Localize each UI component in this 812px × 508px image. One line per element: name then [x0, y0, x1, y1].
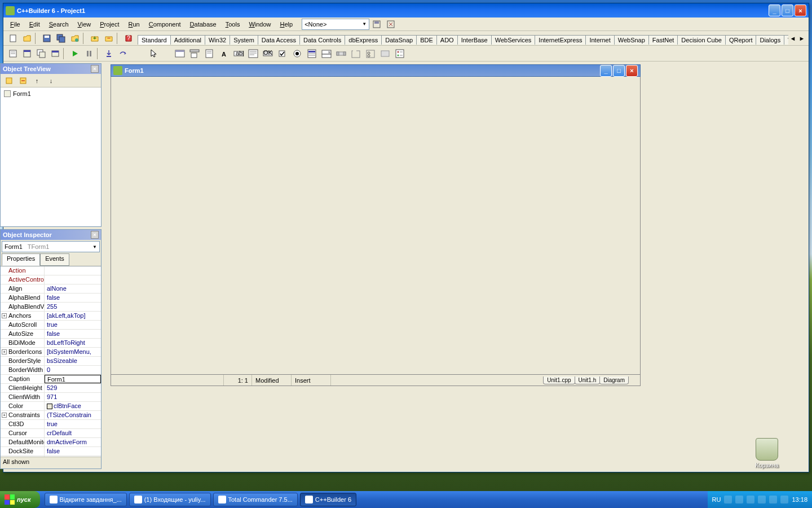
- titlebar[interactable]: C++Builder 6 - Project1 _ □ ×: [3, 3, 809, 17]
- property-row[interactable]: Ctl3Dtrue: [1, 420, 101, 429]
- property-row[interactable]: ClientWidth971: [1, 393, 101, 402]
- palette-tab-datacontrols[interactable]: Data Controls: [299, 35, 345, 45]
- menu-window[interactable]: Window: [244, 20, 275, 29]
- tab-properties[interactable]: Properties: [2, 253, 40, 266]
- inspector-close-icon[interactable]: ×: [91, 231, 99, 239]
- start-button[interactable]: пуск: [0, 491, 40, 508]
- toggle-form-icon[interactable]: [34, 47, 47, 60]
- component-memo-icon[interactable]: [246, 46, 261, 61]
- palette-tab-bde[interactable]: BDE: [416, 35, 437, 45]
- system-tray[interactable]: RU 13:18: [708, 491, 812, 508]
- taskbar-button[interactable]: C++Builder 6: [300, 493, 356, 506]
- property-value[interactable]: [45, 266, 101, 275]
- form-canvas[interactable]: [111, 77, 641, 375]
- property-value[interactable]: bsSizeable: [45, 357, 101, 365]
- palette-tab-webservices[interactable]: WebServices: [491, 35, 536, 45]
- palette-tab-internetexpress[interactable]: InternetExpress: [535, 35, 586, 45]
- expand-icon[interactable]: +: [2, 349, 7, 354]
- property-row[interactable]: CursorcrDefault: [1, 429, 101, 438]
- tray-icon[interactable]: [758, 496, 766, 503]
- taskbar-button[interactable]: (1) Входящие - yuliy...: [129, 493, 211, 506]
- form-titlebar[interactable]: Form1 _ □ ×: [111, 64, 641, 77]
- palette-tab-decisioncube[interactable]: Decision Cube: [677, 35, 726, 45]
- property-value[interactable]: true: [45, 420, 101, 428]
- palette-tab-dataaccess[interactable]: Data Access: [258, 35, 300, 45]
- tray-icon[interactable]: [747, 496, 754, 503]
- property-grid[interactable]: ActionActiveControlAlignalNoneAlphaBlend…: [1, 266, 101, 457]
- tree-delete-icon[interactable]: [16, 75, 29, 87]
- property-value[interactable]: Form1: [45, 375, 101, 383]
- property-value[interactable]: [45, 275, 101, 284]
- property-value[interactable]: [akLeft,akTop]: [45, 312, 101, 320]
- component-combobox-icon[interactable]: [319, 46, 334, 61]
- tab-unit1h[interactable]: Unit1.h: [575, 376, 601, 384]
- inspector-combo[interactable]: Form1 TForm1 ▼: [2, 241, 100, 252]
- tray-icon[interactable]: [780, 496, 788, 503]
- add-file-icon[interactable]: +: [88, 32, 101, 45]
- property-row[interactable]: +Anchors[akLeft,akTop]: [1, 312, 101, 321]
- saveall-icon[interactable]: [54, 32, 67, 45]
- component-radiobutton-icon[interactable]: [290, 46, 304, 61]
- property-value[interactable]: false: [45, 447, 101, 456]
- component-panel-icon[interactable]: [378, 46, 392, 61]
- component-frames-icon[interactable]: [173, 46, 187, 61]
- view-form-icon[interactable]: [20, 47, 33, 60]
- palette-tab-datasnap[interactable]: DataSnap: [381, 35, 417, 45]
- property-row[interactable]: DockSitefalse: [1, 447, 101, 456]
- treeview-body[interactable]: Form1: [1, 87, 101, 226]
- help-icon[interactable]: ?: [122, 32, 135, 45]
- menu-edit[interactable]: Edit: [25, 20, 45, 29]
- menu-search[interactable]: Search: [45, 20, 73, 29]
- treeview-title[interactable]: Object TreeView ×: [1, 64, 101, 74]
- language-indicator[interactable]: RU: [712, 496, 721, 503]
- expand-icon[interactable]: +: [2, 413, 7, 418]
- property-row[interactable]: ColorclBtnFace: [1, 402, 101, 411]
- tree-down-icon[interactable]: ↓: [45, 75, 58, 87]
- palette-tab-dialogs[interactable]: Dialogs: [756, 35, 784, 45]
- property-value[interactable]: 0: [45, 366, 101, 374]
- property-value[interactable]: dmActiveForm: [45, 438, 101, 446]
- property-row[interactable]: AlphaBlendfalse: [1, 294, 101, 303]
- menu-view[interactable]: View: [73, 20, 96, 29]
- component-groupbox-icon[interactable]: [348, 46, 363, 61]
- palette-tab-interbase[interactable]: InterBase: [457, 35, 492, 45]
- property-value[interactable]: dkDrag: [45, 456, 101, 457]
- open-project-icon[interactable]: [68, 32, 81, 45]
- view-unit-icon[interactable]: [6, 47, 19, 60]
- palette-tab-ado[interactable]: ADO: [436, 35, 458, 45]
- property-value[interactable]: clBtnFace: [45, 402, 101, 410]
- pointer-icon[interactable]: [147, 46, 161, 61]
- property-value[interactable]: crDefault: [45, 429, 101, 437]
- close-button[interactable]: ×: [795, 5, 806, 16]
- property-value[interactable]: [biSystemMenu,: [45, 348, 101, 356]
- component-listbox-icon[interactable]: [304, 46, 319, 61]
- palette-tab-additional[interactable]: Additional: [170, 35, 205, 45]
- property-row[interactable]: BorderStylebsSizeable: [1, 357, 101, 366]
- save-desktop-icon[interactable]: [370, 18, 383, 30]
- menu-tools[interactable]: Tools: [221, 20, 245, 29]
- palette-scroll-left-icon[interactable]: ◄: [788, 34, 797, 43]
- property-row[interactable]: DefaultMonitordmActiveForm: [1, 438, 101, 447]
- property-value[interactable]: 255: [45, 303, 101, 311]
- tree-up-icon[interactable]: ↑: [30, 75, 43, 87]
- taskbar-button[interactable]: Total Commander 7.5...: [213, 493, 298, 506]
- tray-icon[interactable]: [724, 496, 732, 503]
- recycle-bin[interactable]: Корзина: [750, 438, 784, 468]
- palette-tab-qreport[interactable]: QReport: [725, 35, 757, 45]
- menu-component[interactable]: Component: [144, 20, 186, 29]
- property-value[interactable]: alNone: [45, 284, 101, 293]
- component-label-icon[interactable]: A: [217, 46, 231, 61]
- palette-tab-system[interactable]: System: [230, 35, 258, 45]
- property-value[interactable]: 971: [45, 393, 101, 401]
- palette-tab-win3[interactable]: Win 3...: [784, 35, 788, 45]
- run-icon[interactable]: [68, 47, 81, 60]
- component-popupmenu-icon[interactable]: [202, 46, 217, 61]
- minimize-button[interactable]: _: [769, 5, 780, 16]
- property-row[interactable]: BorderWidth0: [1, 366, 101, 375]
- tab-events[interactable]: Events: [40, 253, 69, 266]
- property-value[interactable]: 529: [45, 384, 101, 392]
- menu-file[interactable]: File: [6, 20, 25, 29]
- property-value[interactable]: (TSizeConstrain: [45, 411, 101, 419]
- palette-scroll-right-icon[interactable]: ►: [797, 34, 806, 43]
- menu-database[interactable]: Database: [186, 20, 221, 29]
